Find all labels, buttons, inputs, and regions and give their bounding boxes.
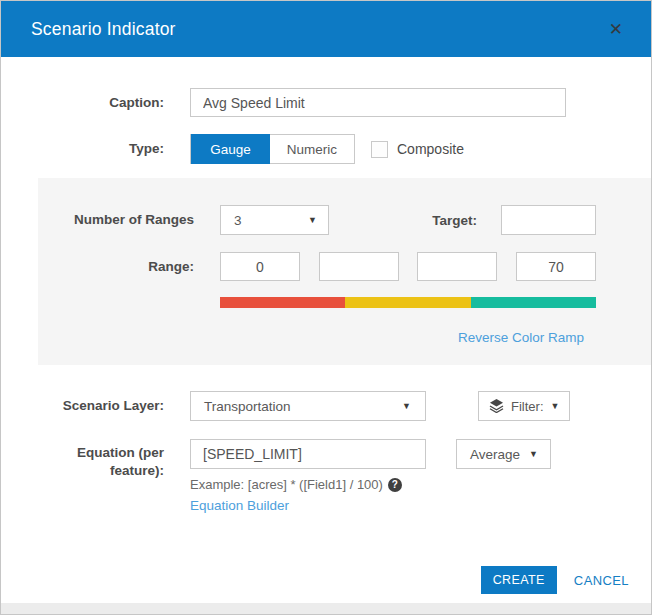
filter-label: Filter: xyxy=(511,399,544,414)
dialog-body: Caption: Type: Gauge Numeric Composite N… xyxy=(1,88,651,513)
scenario-layer-label: Scenario Layer: xyxy=(31,397,164,415)
dialog-footer: CREATE CANCEL xyxy=(481,566,629,594)
range-inputs xyxy=(220,252,596,281)
aggregation-value: Average xyxy=(470,447,520,462)
caption-input[interactable] xyxy=(190,88,566,117)
range-input-2[interactable] xyxy=(319,252,399,281)
equation-example: Example: [acres] * ([Field1] / 100) ? xyxy=(190,477,426,492)
ranges-panel: Number of Ranges 3 ▼ Target: Range: xyxy=(38,178,652,365)
equation-input[interactable] xyxy=(190,439,426,469)
help-icon[interactable]: ? xyxy=(388,478,402,492)
range-row: Range: xyxy=(61,252,652,281)
target-input[interactable] xyxy=(501,205,596,235)
reverse-color-ramp-link[interactable]: Reverse Color Ramp xyxy=(458,330,584,345)
number-of-ranges-label: Number of Ranges xyxy=(61,211,194,229)
filter-button[interactable]: Filter: ▼ xyxy=(478,391,570,421)
scenario-indicator-dialog: Scenario Indicator ✕ Caption: Type: Gaug… xyxy=(0,0,652,615)
type-gauge-button[interactable]: Gauge xyxy=(191,134,270,164)
dialog-title: Scenario Indicator xyxy=(31,19,176,40)
number-of-ranges-dropdown[interactable]: 3 ▼ xyxy=(220,205,329,235)
scenario-layer-value: Transportation xyxy=(204,399,291,414)
cancel-button[interactable]: CANCEL xyxy=(574,573,629,588)
type-numeric-button[interactable]: Numeric xyxy=(270,135,354,163)
range-input-4[interactable] xyxy=(516,252,596,281)
equation-example-text: Example: [acres] * ([Field1] / 100) xyxy=(190,477,383,492)
composite-label: Composite xyxy=(397,141,464,157)
equation-builder-link[interactable]: Equation Builder xyxy=(190,498,426,513)
aggregation-dropdown[interactable]: Average ▼ xyxy=(456,439,551,469)
reverse-box: Reverse Color Ramp xyxy=(220,328,596,346)
range-input-3[interactable] xyxy=(417,252,497,281)
chevron-down-icon: ▼ xyxy=(308,215,317,225)
range-label: Range: xyxy=(61,258,194,276)
composite-checkbox[interactable] xyxy=(371,141,388,158)
create-button[interactable]: CREATE xyxy=(481,566,557,594)
chevron-down-icon: ▼ xyxy=(551,401,560,411)
close-icon[interactable]: ✕ xyxy=(609,21,623,38)
chevron-down-icon: ▼ xyxy=(402,401,411,411)
ramp-row xyxy=(61,297,652,308)
number-of-ranges-value: 3 xyxy=(234,213,242,228)
dialog-titlebar: Scenario Indicator ✕ xyxy=(1,1,651,57)
chevron-down-icon: ▼ xyxy=(529,449,538,459)
range-input-1[interactable] xyxy=(220,252,300,281)
target-label: Target: xyxy=(329,213,477,228)
equation-column: Example: [acres] * ([Field1] / 100) ? Eq… xyxy=(190,439,426,513)
layers-icon xyxy=(489,399,504,413)
type-row: Type: Gauge Numeric Composite xyxy=(31,134,651,164)
type-label: Type: xyxy=(31,140,164,158)
equation-label: Equation (per feature): xyxy=(31,444,164,479)
caption-label: Caption: xyxy=(31,94,164,112)
color-ramp xyxy=(220,297,596,308)
caption-row: Caption: xyxy=(31,88,651,117)
dialog-bottom-strip xyxy=(1,603,651,614)
reverse-row: Reverse Color Ramp xyxy=(61,328,652,346)
number-of-ranges-row: Number of Ranges 3 ▼ Target: xyxy=(61,205,652,235)
scenario-layer-dropdown[interactable]: Transportation ▼ xyxy=(190,391,426,421)
scenario-layer-row: Scenario Layer: Transportation ▼ Filter:… xyxy=(31,391,651,421)
type-segmented-control: Gauge Numeric xyxy=(190,134,355,164)
equation-row: Equation (per feature): Example: [acres]… xyxy=(31,439,651,513)
